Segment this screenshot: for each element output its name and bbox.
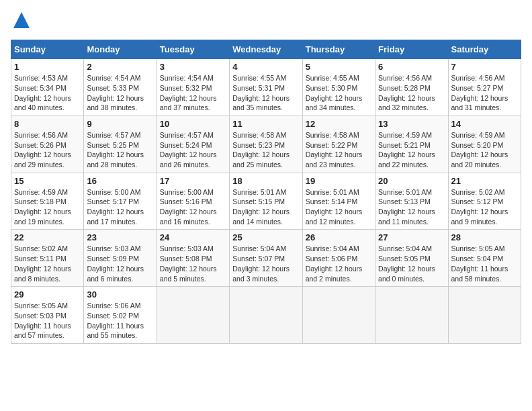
day-number: 10: [160, 119, 226, 129]
day-number: 23: [87, 232, 153, 242]
calendar-table: SundayMondayTuesdayWednesdayThursdayFrid…: [11, 40, 521, 344]
day-info: Sunrise: 5:00 AM Sunset: 5:16 PM Dayligh…: [160, 187, 226, 227]
calendar-cell: 19Sunrise: 5:01 AM Sunset: 5:14 PM Dayli…: [302, 173, 375, 230]
calendar-cell: 27Sunrise: 5:04 AM Sunset: 5:05 PM Dayli…: [375, 230, 448, 287]
calendar-cell: 25Sunrise: 5:04 AM Sunset: 5:07 PM Dayli…: [230, 230, 302, 287]
calendar-cell: 30Sunrise: 5:06 AM Sunset: 5:02 PM Dayli…: [84, 287, 157, 344]
day-number: 6: [378, 62, 445, 72]
day-info: Sunrise: 5:01 AM Sunset: 5:15 PM Dayligh…: [232, 187, 299, 227]
day-number: 4: [232, 62, 299, 72]
day-number: 2: [87, 62, 153, 72]
column-header-sunday: Sunday: [11, 40, 84, 59]
day-number: 13: [378, 119, 445, 129]
day-info: Sunrise: 5:05 AM Sunset: 5:04 PM Dayligh…: [451, 244, 518, 283]
day-number: 22: [14, 232, 81, 242]
calendar-cell: 28Sunrise: 5:05 AM Sunset: 5:04 PM Dayli…: [448, 230, 521, 287]
logo-icon: [12, 11, 31, 30]
day-info: Sunrise: 5:00 AM Sunset: 5:17 PM Dayligh…: [87, 187, 153, 227]
day-number: 7: [451, 62, 518, 72]
day-number: 30: [87, 289, 153, 300]
day-info: Sunrise: 5:03 AM Sunset: 5:08 PM Dayligh…: [160, 244, 226, 283]
calendar-cell: 10Sunrise: 4:57 AM Sunset: 5:24 PM Dayli…: [157, 116, 229, 173]
column-header-thursday: Thursday: [302, 40, 375, 59]
day-info: Sunrise: 4:57 AM Sunset: 5:24 PM Dayligh…: [160, 130, 226, 170]
column-header-friday: Friday: [375, 40, 448, 59]
day-number: 25: [232, 232, 299, 242]
day-number: 24: [160, 232, 226, 242]
calendar-cell: 12Sunrise: 4:58 AM Sunset: 5:22 PM Dayli…: [302, 116, 375, 173]
calendar-cell: [448, 287, 521, 344]
day-info: Sunrise: 4:58 AM Sunset: 5:23 PM Dayligh…: [232, 130, 299, 170]
day-info: Sunrise: 5:03 AM Sunset: 5:09 PM Dayligh…: [87, 244, 153, 283]
day-info: Sunrise: 4:56 AM Sunset: 5:26 PM Dayligh…: [14, 130, 81, 170]
day-info: Sunrise: 5:04 AM Sunset: 5:06 PM Dayligh…: [306, 244, 372, 283]
day-number: 20: [378, 176, 445, 186]
calendar-cell: 20Sunrise: 5:01 AM Sunset: 5:13 PM Dayli…: [375, 173, 448, 230]
day-info: Sunrise: 4:55 AM Sunset: 5:31 PM Dayligh…: [232, 73, 299, 113]
day-number: 26: [306, 232, 372, 242]
calendar-header-row: SundayMondayTuesdayWednesdayThursdayFrid…: [11, 40, 521, 59]
day-number: 27: [378, 232, 445, 242]
calendar-week-5: 29Sunrise: 5:05 AM Sunset: 5:03 PM Dayli…: [11, 287, 521, 344]
calendar-cell: 23Sunrise: 5:03 AM Sunset: 5:09 PM Dayli…: [84, 230, 157, 287]
day-number: 18: [232, 176, 299, 186]
calendar-cell: 3Sunrise: 4:54 AM Sunset: 5:32 PM Daylig…: [157, 59, 229, 116]
day-info: Sunrise: 4:53 AM Sunset: 5:34 PM Dayligh…: [14, 73, 81, 113]
calendar-week-4: 22Sunrise: 5:02 AM Sunset: 5:11 PM Dayli…: [11, 230, 521, 287]
calendar-cell: 6Sunrise: 4:56 AM Sunset: 5:28 PM Daylig…: [375, 59, 448, 116]
column-header-tuesday: Tuesday: [157, 40, 229, 59]
calendar-cell: 24Sunrise: 5:03 AM Sunset: 5:08 PM Dayli…: [157, 230, 229, 287]
day-info: Sunrise: 4:59 AM Sunset: 5:21 PM Dayligh…: [378, 130, 445, 170]
day-number: 15: [14, 176, 81, 186]
calendar-cell: 5Sunrise: 4:55 AM Sunset: 5:30 PM Daylig…: [302, 59, 375, 116]
day-info: Sunrise: 5:02 AM Sunset: 5:12 PM Dayligh…: [451, 187, 518, 227]
calendar-cell: 7Sunrise: 4:56 AM Sunset: 5:27 PM Daylig…: [448, 59, 521, 116]
calendar-cell: 21Sunrise: 5:02 AM Sunset: 5:12 PM Dayli…: [448, 173, 521, 230]
day-number: 17: [160, 176, 226, 186]
day-info: Sunrise: 5:02 AM Sunset: 5:11 PM Dayligh…: [14, 244, 81, 283]
day-info: Sunrise: 4:54 AM Sunset: 5:32 PM Dayligh…: [160, 73, 226, 113]
day-number: 9: [87, 119, 153, 129]
day-info: Sunrise: 4:55 AM Sunset: 5:30 PM Dayligh…: [306, 73, 372, 113]
calendar-cell: 9Sunrise: 4:57 AM Sunset: 5:25 PM Daylig…: [84, 116, 157, 173]
calendar-cell: 11Sunrise: 4:58 AM Sunset: 5:23 PM Dayli…: [230, 116, 302, 173]
calendar-cell: 16Sunrise: 5:00 AM Sunset: 5:17 PM Dayli…: [84, 173, 157, 230]
day-number: 14: [451, 119, 518, 129]
column-header-saturday: Saturday: [448, 40, 521, 59]
day-info: Sunrise: 4:59 AM Sunset: 5:20 PM Dayligh…: [451, 130, 518, 170]
day-info: Sunrise: 5:05 AM Sunset: 5:03 PM Dayligh…: [14, 301, 81, 340]
calendar-week-2: 8Sunrise: 4:56 AM Sunset: 5:26 PM Daylig…: [11, 116, 521, 173]
day-info: Sunrise: 4:58 AM Sunset: 5:22 PM Dayligh…: [306, 130, 372, 170]
calendar-cell: 18Sunrise: 5:01 AM Sunset: 5:15 PM Dayli…: [230, 173, 302, 230]
page-header: [11, 11, 521, 33]
calendar-cell: 13Sunrise: 4:59 AM Sunset: 5:21 PM Dayli…: [375, 116, 448, 173]
day-info: Sunrise: 5:04 AM Sunset: 5:07 PM Dayligh…: [232, 244, 299, 283]
day-number: 28: [451, 232, 518, 242]
calendar-week-3: 15Sunrise: 4:59 AM Sunset: 5:18 PM Dayli…: [11, 173, 521, 230]
calendar-cell: 4Sunrise: 4:55 AM Sunset: 5:31 PM Daylig…: [230, 59, 302, 116]
day-number: 11: [232, 119, 299, 129]
day-info: Sunrise: 5:06 AM Sunset: 5:02 PM Dayligh…: [87, 301, 153, 340]
day-number: 16: [87, 176, 153, 186]
calendar-cell: [157, 287, 229, 344]
calendar-cell: [230, 287, 302, 344]
day-number: 3: [160, 62, 226, 72]
column-header-monday: Monday: [84, 40, 157, 59]
day-info: Sunrise: 5:01 AM Sunset: 5:14 PM Dayligh…: [306, 187, 372, 227]
calendar-cell: 17Sunrise: 5:00 AM Sunset: 5:16 PM Dayli…: [157, 173, 229, 230]
day-info: Sunrise: 5:01 AM Sunset: 5:13 PM Dayligh…: [378, 187, 445, 227]
calendar-cell: 15Sunrise: 4:59 AM Sunset: 5:18 PM Dayli…: [11, 173, 84, 230]
calendar-cell: 29Sunrise: 5:05 AM Sunset: 5:03 PM Dayli…: [11, 287, 84, 344]
calendar-cell: 1Sunrise: 4:53 AM Sunset: 5:34 PM Daylig…: [11, 59, 84, 116]
svg-marker-0: [13, 12, 30, 28]
column-header-wednesday: Wednesday: [230, 40, 302, 59]
day-number: 12: [306, 119, 372, 129]
day-number: 19: [306, 176, 372, 186]
calendar-cell: 2Sunrise: 4:54 AM Sunset: 5:33 PM Daylig…: [84, 59, 157, 116]
calendar-cell: 22Sunrise: 5:02 AM Sunset: 5:11 PM Dayli…: [11, 230, 84, 287]
day-info: Sunrise: 5:04 AM Sunset: 5:05 PM Dayligh…: [378, 244, 445, 283]
day-number: 1: [14, 62, 81, 72]
calendar-cell: 8Sunrise: 4:56 AM Sunset: 5:26 PM Daylig…: [11, 116, 84, 173]
day-number: 29: [14, 289, 81, 300]
calendar-cell: 14Sunrise: 4:59 AM Sunset: 5:20 PM Dayli…: [448, 116, 521, 173]
